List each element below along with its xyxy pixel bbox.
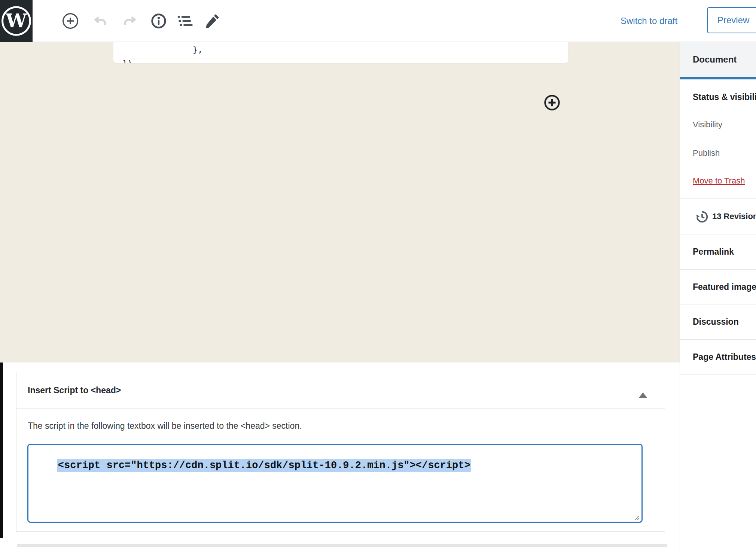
list-view-icon bbox=[177, 13, 195, 29]
panel-featured-image[interactable]: Featured image bbox=[693, 282, 756, 292]
insert-script-metabox: Insert Script to <head> The script in th… bbox=[16, 372, 665, 532]
code-line: }) bbox=[122, 58, 132, 63]
wordpress-logo-icon: W bbox=[0, 0, 33, 42]
next-metabox-divider bbox=[17, 544, 667, 547]
plus-circle-icon bbox=[543, 94, 561, 111]
editor-canvas: }, }) bbox=[0, 42, 680, 363]
triangle-up-icon bbox=[639, 387, 647, 398]
undo-button[interactable] bbox=[92, 13, 108, 29]
undo-icon bbox=[92, 13, 108, 29]
revisions-count-label: 13 Revisions bbox=[712, 212, 756, 221]
list-view-button[interactable] bbox=[177, 13, 195, 29]
info-icon bbox=[150, 13, 167, 29]
panel-divider bbox=[680, 198, 756, 198]
wordpress-editor-page: { "top_bar": { "switch_to_draft": "Switc… bbox=[0, 0, 756, 552]
history-icon bbox=[695, 210, 709, 224]
panel-divider bbox=[680, 304, 756, 304]
panel-permalink[interactable]: Permalink bbox=[693, 247, 734, 257]
tab-document[interactable]: Document bbox=[680, 42, 756, 77]
selected-script-text: <script src="https://cdn.split.io/sdk/sp… bbox=[57, 459, 471, 472]
resize-handle-icon[interactable] bbox=[633, 514, 640, 521]
move-to-trash-link[interactable]: Move to Trash bbox=[693, 176, 745, 186]
panel-divider bbox=[680, 234, 756, 234]
top-toolbar: W bbox=[0, 0, 756, 42]
metabox-header[interactable]: Insert Script to <head> bbox=[16, 372, 665, 409]
metabox-title: Insert Script to <head> bbox=[28, 385, 121, 395]
collapse-panel-button[interactable] bbox=[638, 385, 648, 394]
admin-menu-edge bbox=[0, 363, 3, 538]
panel-page-attributes[interactable]: Page Attributes bbox=[693, 352, 756, 362]
redo-button[interactable] bbox=[122, 13, 138, 29]
svg-text:W: W bbox=[5, 10, 27, 32]
panel-divider bbox=[680, 339, 756, 340]
block-inserter-button[interactable] bbox=[543, 94, 561, 111]
info-button[interactable] bbox=[150, 13, 167, 29]
code-line: }, bbox=[193, 45, 203, 54]
script-textarea[interactable]: <script src="https://cdn.split.io/sdk/sp… bbox=[27, 444, 643, 523]
publish-label: Publish bbox=[693, 148, 720, 158]
panel-discussion[interactable]: Discussion bbox=[693, 317, 739, 327]
switch-to-draft-label: Switch to draft bbox=[621, 16, 677, 26]
code-block[interactable]: }, }) bbox=[113, 42, 568, 63]
switch-to-draft-link[interactable]: Switch to draft bbox=[621, 16, 677, 26]
panel-divider bbox=[680, 374, 756, 375]
pencil-icon bbox=[204, 12, 221, 30]
panel-status-visibility[interactable]: Status & visibility bbox=[693, 92, 756, 102]
visibility-label: Visibility bbox=[693, 120, 722, 130]
preview-button[interactable]: Preview bbox=[707, 7, 756, 33]
edit-mode-button[interactable] bbox=[204, 12, 221, 30]
redo-icon bbox=[122, 13, 138, 29]
panel-divider bbox=[680, 269, 756, 270]
metabox-description: The script in the following textbox will… bbox=[28, 421, 302, 431]
plus-circle-icon bbox=[62, 12, 79, 30]
add-block-button[interactable] bbox=[62, 12, 79, 30]
wordpress-logo[interactable]: W bbox=[0, 0, 33, 42]
active-tab-indicator bbox=[680, 77, 756, 79]
settings-sidebar: Document Status & visibility Visibility … bbox=[680, 42, 756, 552]
